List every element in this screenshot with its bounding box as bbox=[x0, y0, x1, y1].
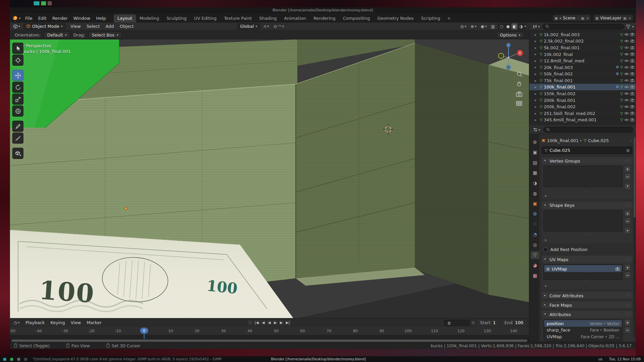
tool-tweak-select[interactable] bbox=[12, 43, 23, 54]
render-visibility-icon[interactable] bbox=[630, 112, 634, 115]
outliner-object-row[interactable]: ▸ ▽ 20k_final.003 ⚙ ▽ bbox=[529, 64, 636, 71]
workspace-tab[interactable]: Animation bbox=[280, 14, 310, 22]
remove-attribute-button[interactable]: − bbox=[624, 327, 631, 334]
hide-eye-icon[interactable] bbox=[624, 72, 629, 76]
attribute-row[interactable]: sharp_face Face ▸ Boolean bbox=[544, 327, 622, 334]
tool-add-cube[interactable] bbox=[12, 148, 23, 159]
timeline-editor-type-button[interactable]: ◷▾ bbox=[12, 319, 21, 325]
render-visibility-icon[interactable] bbox=[630, 53, 634, 56]
xray-toggle[interactable]: ▥ bbox=[490, 23, 496, 29]
collapse-icon[interactable]: ▸ bbox=[544, 294, 547, 297]
shading-material-button[interactable]: ◐ bbox=[512, 23, 518, 29]
tool-transform[interactable] bbox=[12, 106, 23, 117]
workspace-tab[interactable]: Compositing bbox=[339, 14, 374, 22]
expand-icon[interactable]: ▸ bbox=[535, 118, 538, 122]
uv-maps-panel-header[interactable]: ▾ UV Maps ∷∷ bbox=[542, 256, 633, 263]
shape-keys-list[interactable] bbox=[543, 210, 623, 232]
render-visibility-icon[interactable] bbox=[630, 40, 634, 43]
subpanel-expand-icon[interactable]: ▸ bbox=[543, 283, 631, 289]
options-dropdown[interactable]: Options ▾ bbox=[496, 32, 524, 38]
hide-eye-icon[interactable] bbox=[624, 46, 629, 49]
transport-button[interactable]: ▶ bbox=[279, 320, 284, 325]
render-visibility-icon[interactable] bbox=[630, 92, 634, 95]
properties-tab[interactable]: ◑ bbox=[531, 179, 539, 187]
snap-toggle[interactable]: ∩▾ bbox=[262, 23, 270, 29]
blender-logo-menu[interactable]: ▾ bbox=[12, 15, 21, 20]
outliner-object-row[interactable]: ▸ ▽ 75k_final.001 ⚙ ▽ bbox=[529, 77, 636, 84]
pin-id-icon[interactable]: ◦ bbox=[630, 138, 633, 143]
close-viewlayer-icon[interactable]: × bbox=[628, 16, 631, 20]
show-gizmo-button[interactable]: ⊕▾ bbox=[469, 23, 478, 29]
viewlayer-selector[interactable]: ▦ ViewLayer ▣ × bbox=[593, 14, 634, 21]
shading-rendered-button[interactable]: ◑ bbox=[518, 23, 524, 29]
properties-tab[interactable]: ▣ bbox=[531, 200, 539, 207]
start-frame-field[interactable]: Start1 bbox=[477, 319, 499, 325]
hide-eye-icon[interactable] bbox=[624, 99, 629, 102]
expand-icon[interactable]: ▸ bbox=[535, 105, 538, 109]
render-visibility-icon[interactable] bbox=[630, 72, 634, 76]
workspace-tab[interactable]: Scripting bbox=[417, 14, 444, 22]
attributes-panel-header[interactable]: ▾ Attributes ∷∷ bbox=[542, 311, 633, 318]
taskbar-indicator[interactable] bbox=[3, 358, 6, 361]
render-visibility-icon[interactable] bbox=[630, 105, 634, 108]
workspace-tab[interactable]: Shading bbox=[256, 14, 280, 22]
properties-tab[interactable]: ▽ bbox=[531, 251, 539, 259]
auto-key-button[interactable]: ◦ bbox=[248, 320, 252, 325]
taskbar-gimp-window[interactable]: *[Untitled] expoperie-67.0 (RGB color 8-… bbox=[33, 357, 222, 361]
close-scene-icon[interactable]: × bbox=[586, 16, 589, 20]
expand-icon[interactable]: ▸ bbox=[535, 46, 538, 50]
attribute-row[interactable]: position Vertex ▸ Vector bbox=[544, 320, 622, 327]
properties-scrollbar[interactable] bbox=[634, 137, 635, 338]
outliner-object-row[interactable]: ▸ ▽ 100k_final.001 ⚙ ▽ bbox=[529, 84, 636, 90]
render-visibility-icon[interactable] bbox=[630, 46, 634, 49]
remove-vertex-group-button[interactable]: − bbox=[624, 173, 631, 180]
vertex-group-specials-button[interactable]: ▾ bbox=[624, 183, 631, 190]
transport-button[interactable]: ▶ bbox=[273, 320, 278, 325]
scene-selector[interactable]: ▣ ▾ Scene ◦ ▣ × bbox=[552, 14, 591, 21]
expand-icon[interactable]: ▸ bbox=[535, 98, 538, 102]
properties-tab[interactable]: ◔ bbox=[531, 231, 539, 238]
properties-tab[interactable]: ⚙ bbox=[531, 210, 539, 218]
viewport-menu-item[interactable]: Select bbox=[84, 23, 103, 30]
taskbar-indicator[interactable] bbox=[17, 358, 20, 361]
outliner-object-row[interactable]: ▸ ▽ 200k_final.002 ⚙ ▽ bbox=[529, 104, 636, 110]
tool-cursor[interactable] bbox=[12, 55, 23, 66]
tool-rotate[interactable] bbox=[12, 82, 23, 93]
face-maps-panel-header[interactable]: ▸ Face Maps ∷∷ bbox=[542, 301, 633, 308]
proportional-edit-toggle[interactable]: ⊙◠▾ bbox=[272, 23, 285, 29]
subpanel-expand-icon[interactable]: ▸ bbox=[543, 193, 631, 198]
attribute-row[interactable]: UVMap Face Corner ▸ 2D … bbox=[544, 333, 622, 340]
hide-eye-icon[interactable] bbox=[624, 40, 629, 43]
hide-eye-icon[interactable] bbox=[624, 33, 629, 36]
list-resize-grip[interactable]: ∷∷ bbox=[543, 280, 631, 283]
render-visibility-icon[interactable] bbox=[630, 33, 634, 36]
hide-eye-icon[interactable] bbox=[624, 85, 629, 89]
properties-tab[interactable]: ▩ bbox=[531, 272, 539, 280]
current-frame-field[interactable]: 0 bbox=[444, 319, 470, 325]
transport-button[interactable]: ▶| bbox=[285, 320, 291, 325]
outliner-object-row[interactable]: ▸ ▽ 345.6mill_final_med.001 ⚙ ▽ bbox=[529, 117, 636, 123]
outliner-editor-type-button[interactable]: ▾ bbox=[531, 23, 541, 29]
topbar-menu-item[interactable]: Help bbox=[93, 14, 109, 21]
expand-icon[interactable]: ▸ bbox=[535, 39, 538, 43]
workspace-tab[interactable]: Sculpting bbox=[163, 14, 190, 22]
outliner-object-row[interactable]: ▸ ▽ 1k.002_final.003 ⚙ ▽ bbox=[529, 31, 636, 38]
topbar-menu-item[interactable]: File bbox=[22, 14, 35, 21]
properties-tab[interactable]: ▣ bbox=[531, 148, 539, 156]
properties-tab[interactable]: ∷ bbox=[531, 221, 539, 228]
vertex-groups-panel-header[interactable]: ▾ Vertex Groups ∷∷ bbox=[542, 157, 633, 164]
expand-icon[interactable]: ▸ bbox=[535, 78, 538, 82]
shape-keys-panel-header[interactable]: ▾ Shape Keys ∷∷ bbox=[542, 201, 633, 208]
properties-tab[interactable]: ⚙ bbox=[531, 138, 539, 146]
hide-eye-icon[interactable] bbox=[624, 66, 629, 69]
taskbar-indicator[interactable] bbox=[10, 358, 13, 361]
expand-icon[interactable]: ▸ bbox=[535, 92, 538, 96]
add-uv-map-button[interactable]: + bbox=[624, 264, 631, 271]
add-workspace-button[interactable]: + bbox=[444, 14, 454, 21]
hide-eye-icon[interactable] bbox=[624, 105, 629, 108]
drag-mode-dropdown[interactable]: Select Box ▾ bbox=[88, 32, 122, 38]
new-scene-icon[interactable]: ▣ bbox=[581, 16, 584, 20]
properties-editor-type-button[interactable]: ▾ bbox=[532, 126, 542, 132]
render-visibility-icon[interactable] bbox=[630, 79, 634, 82]
topbar-menu-item[interactable]: Render bbox=[49, 14, 70, 21]
